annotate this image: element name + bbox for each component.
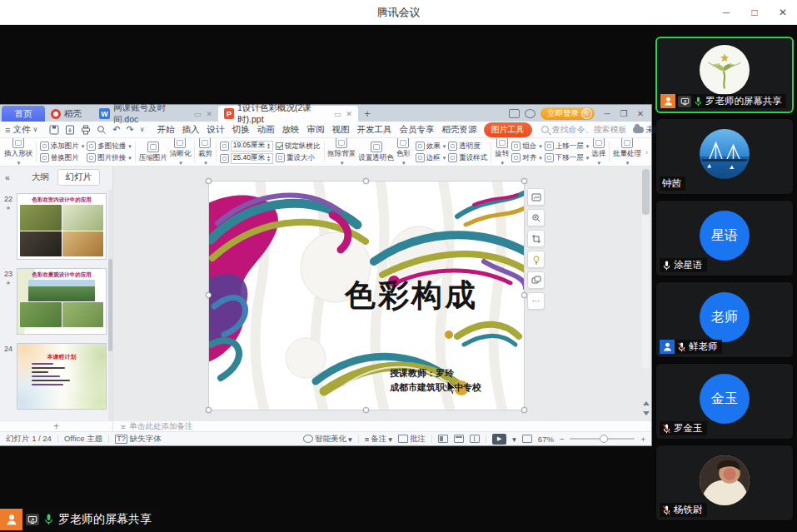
selection-handle[interactable]: [206, 292, 212, 298]
participant-tile[interactable]: 杨铁尉: [655, 445, 794, 521]
selection-handle[interactable]: [363, 407, 369, 413]
rotate-button[interactable]: 旋转: [495, 138, 509, 167]
menu-review[interactable]: 审阅: [306, 124, 326, 136]
select-button[interactable]: 选择: [591, 138, 605, 167]
height-field[interactable]: 19.05厘米▲▼: [220, 141, 273, 152]
menu-docer-res[interactable]: 稻壳资源: [441, 124, 478, 136]
menu-start[interactable]: 开始: [157, 124, 176, 136]
spinner[interactable]: ▲▼: [266, 155, 271, 162]
more-commands-icon[interactable]: ∨: [140, 126, 145, 133]
design-ideas-button[interactable]: [527, 251, 545, 268]
tab-docer[interactable]: 稻壳: [45, 106, 93, 122]
picture-tools-tab[interactable]: 图片工具: [484, 122, 532, 137]
missing-font-button[interactable]: T?缺失字体: [115, 434, 162, 445]
insert-shape-button[interactable]: 插入形状: [4, 138, 32, 167]
width-field[interactable]: 25.40厘米▲▼: [220, 153, 273, 164]
zoom-level[interactable]: 67%: [538, 435, 554, 444]
more-options-button[interactable]: ···: [527, 292, 545, 310]
menu-member[interactable]: 会员专享: [399, 124, 436, 136]
transparency-button[interactable]: 透明度: [448, 142, 487, 152]
group-button[interactable]: 组合: [511, 142, 542, 152]
slide-thumbnail-24[interactable]: 本课程计划: [17, 343, 107, 410]
wps-minimize-icon[interactable]: ─: [600, 109, 615, 118]
theme-name[interactable]: Office 主题: [64, 434, 102, 445]
ribbon-expander-icon[interactable]: ›: [644, 139, 650, 165]
remove-background-button[interactable]: 抠除背景: [327, 138, 356, 167]
clarify-button[interactable]: 清晰化: [170, 138, 192, 167]
normal-view-button[interactable]: [438, 435, 448, 443]
menu-animation[interactable]: 动画: [257, 124, 276, 136]
batch-process-button[interactable]: 批量处理: [613, 138, 641, 167]
send-backward-button[interactable]: 下移一层: [545, 153, 590, 163]
slide-sorter-button[interactable]: [454, 435, 464, 443]
zoom-knob[interactable]: [600, 435, 608, 443]
comments-button[interactable]: 批注: [398, 434, 426, 445]
canvas-scrollbar[interactable]: [642, 169, 650, 369]
previous-slide-button[interactable]: [641, 400, 650, 407]
tab-pin-icon[interactable]: ▭: [194, 110, 202, 118]
selection-handle[interactable]: [363, 178, 369, 184]
file-menu[interactable]: ≡ 文件 ∨: [5, 124, 37, 136]
close-icon[interactable]: ✕: [769, 0, 797, 25]
bring-forward-button[interactable]: 上移一层: [545, 142, 590, 152]
selection-handle[interactable]: [521, 292, 527, 298]
tab-close-icon[interactable]: ✕: [206, 110, 212, 118]
menu-view[interactable]: 视图: [331, 124, 351, 136]
participant-tile[interactable]: 星语 涂星语: [655, 200, 794, 276]
zoom-search-button[interactable]: [527, 209, 545, 226]
reset-style-button[interactable]: 重设样式: [448, 153, 487, 163]
participant-tile[interactable]: 钟茜: [655, 118, 794, 195]
tab-close-icon[interactable]: ✕: [346, 110, 352, 118]
slide-thumbnail-23[interactable]: 色彩在景观设计中的应用: [17, 268, 107, 335]
add-slide-button[interactable]: +: [0, 421, 113, 431]
participant-tile[interactable]: 老师 鲜老师: [655, 281, 794, 358]
reset-size-button[interactable]: 重设大小: [276, 153, 321, 163]
replace-picture-button[interactable]: 替换图片: [40, 153, 85, 163]
save-icon[interactable]: [49, 125, 59, 135]
replace-picture-button-float[interactable]: [527, 271, 545, 289]
tab-outline[interactable]: 大纲: [32, 172, 49, 183]
tab-home[interactable]: 首页: [2, 106, 45, 122]
next-slide-button[interactable]: [641, 410, 650, 417]
tab-doc[interactable]: W 网课账号及时间.doc ▭ ✕: [93, 106, 218, 122]
collapse-pane-icon[interactable]: «: [5, 172, 10, 182]
login-button[interactable]: 立即登录: [540, 107, 595, 120]
command-search[interactable]: 查找命令、搜索模板: [541, 124, 627, 136]
selection-handle[interactable]: [521, 407, 527, 413]
zoom-out-button[interactable]: −: [560, 435, 565, 444]
notes-button[interactable]: ≡备注▾: [365, 434, 392, 445]
pane-scrollbar[interactable]: [108, 190, 112, 420]
wps-restore-icon[interactable]: ❐: [616, 109, 631, 118]
workspace-icon[interactable]: [525, 109, 535, 118]
current-slide[interactable]: 色彩构成 授课教师：罗玲 成都市建筑职业中专校: [209, 181, 524, 410]
zoom-in-button[interactable]: +: [640, 435, 645, 444]
smart-layout-button[interactable]: [527, 188, 545, 206]
border-button[interactable]: 边框: [416, 153, 446, 163]
lock-ratio-checkbox[interactable]: 锁定纵横比: [276, 142, 321, 152]
selection-handle[interactable]: [206, 178, 212, 184]
play-options-icon[interactable]: ▾: [512, 435, 516, 444]
export-pdf-icon[interactable]: [65, 125, 75, 135]
zoom-slider[interactable]: [570, 438, 635, 440]
compress-picture-button[interactable]: 压缩图片: [139, 142, 167, 163]
set-transparent-button[interactable]: 设置透明色: [358, 142, 394, 163]
slideshow-play-button[interactable]: ▶: [492, 434, 506, 445]
selection-handle[interactable]: [521, 178, 527, 184]
tab-ppt-active[interactable]: P 1设计色彩概况(2课时).ppt ▭ ✕: [218, 106, 358, 122]
color-button[interactable]: 色彩: [396, 138, 411, 167]
menu-slideshow[interactable]: 放映: [281, 124, 301, 136]
notes-placeholder[interactable]: ≡ 单击此处添加备注: [113, 421, 651, 431]
print-icon[interactable]: [81, 125, 91, 135]
spinner[interactable]: ▲▼: [266, 142, 271, 149]
tab-slides[interactable]: 幻灯片: [57, 169, 101, 186]
effects-button[interactable]: 效果: [416, 142, 446, 152]
menu-insert[interactable]: 插入: [182, 124, 201, 136]
tab-list-icon[interactable]: [509, 109, 520, 118]
redo-icon[interactable]: ↷: [127, 124, 134, 135]
picture-stitch-button[interactable]: 图片拼接: [87, 153, 132, 163]
menu-devtools[interactable]: 开发工具: [356, 124, 393, 136]
menu-transition[interactable]: 切换: [232, 124, 251, 136]
selection-handle[interactable]: [206, 407, 212, 413]
participant-tile[interactable]: 罗老师的屏幕共享: [655, 37, 794, 113]
reading-view-button[interactable]: [470, 435, 480, 443]
